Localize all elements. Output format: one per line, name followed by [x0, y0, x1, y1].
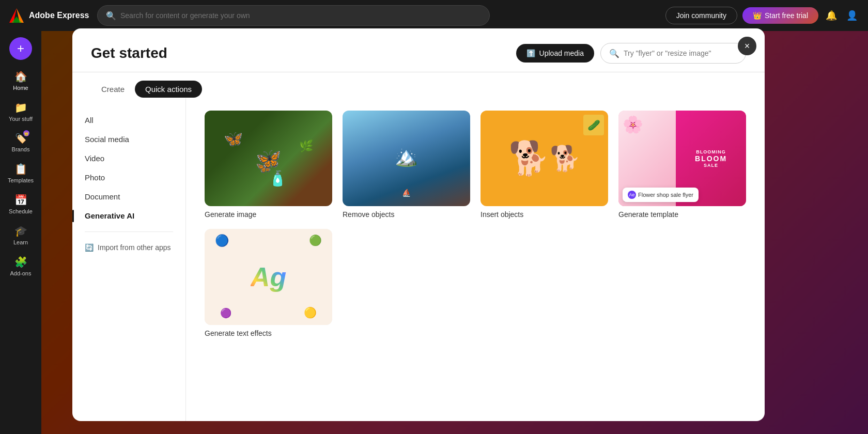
user-avatar[interactable]: 👤	[844, 8, 860, 23]
tab-create[interactable]: Create	[91, 81, 135, 98]
card-remove-objects[interactable]: ⛵ Remove objects	[343, 111, 470, 219]
card-generate-template[interactable]: 🌸 🌹 🌺 🌷 BLOOMING BLOOM SALE	[618, 111, 746, 219]
tooltip-express-icon: Ae	[628, 191, 636, 199]
modal-search-input[interactable]	[624, 49, 737, 57]
card-insert-objects-label: Insert objects	[481, 210, 608, 219]
sidebar-item-brands[interactable]: 🏷️ 👑 Brands	[3, 128, 38, 157]
notifications-icon[interactable]: 🔔	[824, 8, 839, 23]
card-generate-image-label: Generate image	[205, 210, 332, 219]
cards-grid: 🦋 🦋 🌿 🧴 Generate image ⛵	[205, 111, 746, 337]
join-community-button[interactable]: Join community	[665, 7, 737, 24]
home-icon: 🏠	[14, 70, 27, 83]
plus-icon: +	[17, 41, 24, 56]
nav-item-social-media[interactable]: Social media	[72, 130, 185, 149]
nav-item-photo[interactable]: Photo	[72, 168, 185, 187]
text-effects-visual: Ag 🔵 🟢 🟣 🟡	[205, 229, 332, 324]
generate-image-visual: 🦋 🦋 🌿 🧴	[205, 111, 332, 206]
sidebar-item-schedule[interactable]: 📅 Schedule	[3, 190, 38, 219]
learn-icon: 🎓	[14, 225, 27, 237]
search-input[interactable]	[120, 11, 481, 20]
card-generate-image-thumbnail: 🦋 🦋 🌿 🧴	[205, 111, 332, 206]
create-button[interactable]: +	[9, 37, 32, 60]
nav-item-generative-ai[interactable]: Generative AI	[72, 206, 185, 225]
import-icon: 🔄	[85, 243, 94, 252]
card-generate-template-label: Generate template	[618, 210, 746, 219]
modal-header-actions: ⬆️ Upload media 🔍	[516, 43, 746, 64]
tab-quick-actions[interactable]: Quick actions	[135, 81, 202, 98]
modal-close-button[interactable]: ×	[738, 37, 756, 55]
sidebar-item-learn[interactable]: 🎓 Learn	[3, 221, 38, 250]
modal-search-box[interactable]: 🔍	[600, 43, 746, 64]
templates-icon: 📋	[14, 163, 27, 175]
schedule-icon: 📅	[14, 194, 27, 206]
generate-template-visual: 🌸 🌹 🌺 🌷 BLOOMING BLOOM SALE	[618, 111, 746, 206]
sidebar-item-add-ons[interactable]: 🧩 Add-ons	[3, 252, 38, 281]
card-text-effects-label: Generate text effects	[205, 329, 332, 337]
import-from-apps[interactable]: 🔄 Import from other apps	[72, 238, 185, 257]
text-effects-art: Ag	[251, 261, 286, 292]
card-remove-objects-label: Remove objects	[343, 210, 470, 219]
modal-search-icon: 🔍	[609, 49, 619, 58]
flower-shop-tooltip: Ae Flower shop sale flyer	[623, 188, 699, 202]
modal-content-area: 🦋 🦋 🌿 🧴 Generate image ⛵	[186, 98, 765, 421]
modal-title: Get started	[91, 45, 167, 61]
upload-icon: ⬆️	[526, 49, 535, 57]
remove-objects-visual: ⛵	[343, 111, 470, 206]
card-generate-template-thumbnail: 🌸 🌹 🌺 🌷 BLOOMING BLOOM SALE	[618, 111, 746, 206]
card-insert-objects[interactable]: 🐕 🥒 Insert objects	[481, 111, 608, 219]
app-logo[interactable]: Adobe Express	[8, 7, 91, 24]
sidebar-divider	[85, 231, 173, 232]
nav-item-all[interactable]: All	[72, 111, 185, 130]
left-sidebar: + 🏠 Home 📁 Your stuff 🏷️ 👑 Brands 📋 Temp…	[0, 31, 41, 434]
card-generate-text-effects[interactable]: Ag 🔵 🟢 🟣 🟡 Generate text effects	[205, 229, 332, 337]
nav-item-video[interactable]: Video	[72, 149, 185, 168]
crown-icon: 👑	[753, 11, 762, 20]
card-generate-image[interactable]: 🦋 🦋 🌿 🧴 Generate image	[205, 111, 332, 219]
global-search[interactable]: 🔍	[97, 5, 490, 26]
sidebar-item-templates[interactable]: 📋 Templates	[3, 159, 38, 188]
card-text-effects-thumbnail: Ag 🔵 🟢 🟣 🟡	[205, 229, 332, 324]
topbar-right-actions: Join community 👑 Start free trial 🔔 👤	[665, 7, 860, 24]
card-remove-objects-thumbnail: ⛵	[343, 111, 470, 206]
insert-objects-visual: 🐕 🥒	[481, 111, 608, 206]
upload-media-button[interactable]: ⬆️ Upload media	[516, 44, 594, 63]
modal-body: All Social media Video Photo Document Ge…	[72, 98, 765, 421]
sidebar-item-home[interactable]: 🏠 Home	[3, 66, 38, 95]
add-ons-icon: 🧩	[14, 256, 27, 268]
get-started-modal: × Get started ⬆️ Upload media 🔍 Create Q…	[72, 28, 765, 421]
search-icon: 🔍	[106, 11, 116, 21]
card-insert-objects-thumbnail: 🐕 🥒	[481, 111, 608, 206]
sidebar-item-your-stuff[interactable]: 📁 Your stuff	[3, 97, 38, 126]
app-name: Adobe Express	[29, 11, 89, 20]
modal-header: Get started ⬆️ Upload media 🔍	[72, 28, 765, 72]
start-free-trial-button[interactable]: 👑 Start free trial	[742, 7, 818, 24]
brands-icon: 🏷️ 👑	[15, 132, 26, 144]
topbar: Adobe Express 🔍 Join community 👑 Start f…	[0, 0, 868, 31]
nav-item-document[interactable]: Document	[72, 187, 185, 206]
modal-tabs: Create Quick actions	[72, 72, 765, 98]
modal-sidebar-nav: All Social media Video Photo Document Ge…	[72, 98, 186, 421]
folder-icon: 📁	[14, 101, 27, 114]
adobe-logo-icon	[8, 7, 25, 24]
